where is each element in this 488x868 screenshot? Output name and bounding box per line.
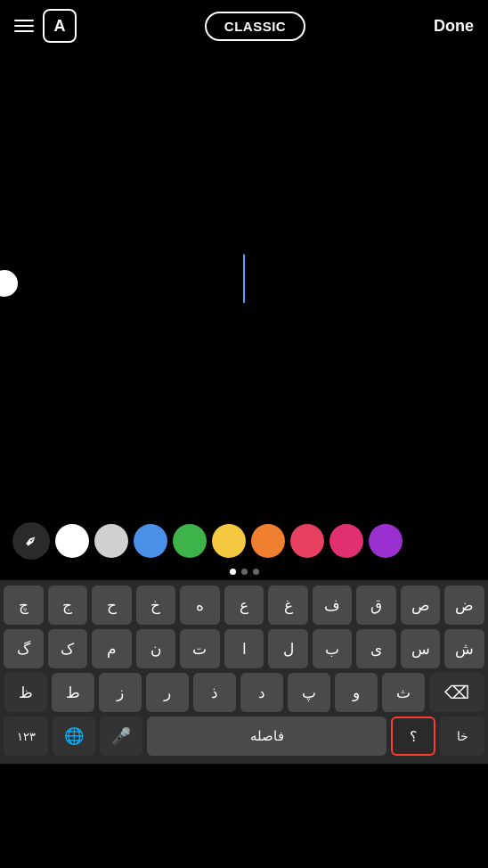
key-ra[interactable]: ر (146, 673, 189, 712)
dot-1 (230, 569, 236, 575)
color-orange[interactable] (251, 524, 285, 558)
return-key[interactable]: خا (440, 717, 484, 756)
color-yellow[interactable] (212, 524, 246, 558)
key-ha[interactable]: ح (92, 585, 132, 625)
key-waw[interactable]: و (335, 673, 378, 712)
size-indicator (0, 270, 18, 297)
keyboard-row-1: چ ج ح خ ه ع غ ف ق ص ض (4, 585, 484, 625)
key-sad[interactable]: ص (401, 585, 441, 625)
color-blue[interactable] (134, 524, 167, 558)
font-button[interactable]: A (43, 9, 77, 43)
key-seen[interactable]: س (401, 629, 441, 668)
keyboard-row-3: ظ ط ز ر ذ د پ و ث ⌫ (4, 673, 484, 712)
special-key[interactable]: ؟ (391, 717, 435, 756)
key-ta[interactable]: ت (180, 629, 220, 668)
eyedropper-icon: ✒ (20, 529, 43, 553)
mic-key[interactable]: 🎤 (100, 717, 142, 756)
key-che[interactable]: چ (4, 585, 44, 625)
globe-key[interactable]: 🌐 (53, 717, 95, 756)
canvas-area[interactable] (0, 52, 488, 515)
key-kaf[interactable]: ک (48, 629, 88, 668)
backspace-key[interactable]: ⌫ (429, 673, 484, 712)
numbers-key[interactable]: ۱۲۳ (4, 717, 48, 756)
pagination-dots (0, 567, 488, 580)
header-left: A (14, 9, 77, 43)
space-key[interactable]: فاصله (147, 717, 386, 756)
key-tha[interactable]: ط (52, 673, 94, 712)
key-zal[interactable]: ذ (193, 673, 236, 712)
eyedropper-button[interactable]: ✒ (12, 522, 50, 560)
key-dal[interactable]: د (240, 673, 283, 712)
keyboard-row-4: ۱۲۳ 🌐 🎤 فاصله ؟ خا (4, 717, 484, 756)
key-zay[interactable]: ز (99, 673, 142, 712)
key-ba[interactable]: ب (313, 629, 353, 668)
key-fa[interactable]: ف (313, 585, 353, 625)
key-alef[interactable]: ا (224, 629, 264, 668)
header: A CLASSIC Done (0, 0, 488, 52)
color-palette: ✒ (0, 515, 488, 567)
key-jeem[interactable]: ج (48, 585, 88, 625)
key-ya[interactable]: ی (356, 629, 396, 668)
keyboard: چ ج ح خ ه ع غ ف ق ص ض گ ک م ن ت ا ل ب ی … (0, 580, 488, 764)
color-pink[interactable] (329, 524, 363, 558)
menu-button[interactable] (14, 20, 34, 32)
key-gaf[interactable]: گ (4, 629, 44, 668)
key-zad[interactable]: ض (444, 585, 484, 625)
color-light-gray[interactable] (94, 524, 128, 558)
key-kha[interactable]: خ (136, 585, 176, 625)
key-sheen[interactable]: ش (444, 629, 484, 668)
color-red[interactable] (290, 524, 324, 558)
dot-3 (253, 569, 259, 575)
key-se[interactable]: ث (382, 673, 425, 712)
key-ghain[interactable]: غ (268, 585, 308, 625)
color-green[interactable] (173, 524, 207, 558)
key-noon[interactable]: ن (136, 629, 176, 668)
text-cursor (243, 254, 245, 303)
classic-button[interactable]: CLASSIC (205, 12, 305, 41)
key-lam[interactable]: ل (268, 629, 308, 668)
key-pe[interactable]: پ (288, 673, 330, 712)
key-meem[interactable]: م (92, 629, 132, 668)
key-zha[interactable]: ظ (4, 673, 47, 712)
keyboard-row-2: گ ک م ن ت ا ل ب ی س ش (4, 629, 484, 668)
key-qaf[interactable]: ق (356, 585, 396, 625)
key-he[interactable]: ه (180, 585, 220, 625)
done-button[interactable]: Done (434, 17, 474, 36)
key-ain[interactable]: ع (224, 585, 264, 625)
color-white[interactable] (55, 524, 89, 558)
dot-2 (241, 569, 248, 575)
color-purple[interactable] (369, 524, 403, 558)
